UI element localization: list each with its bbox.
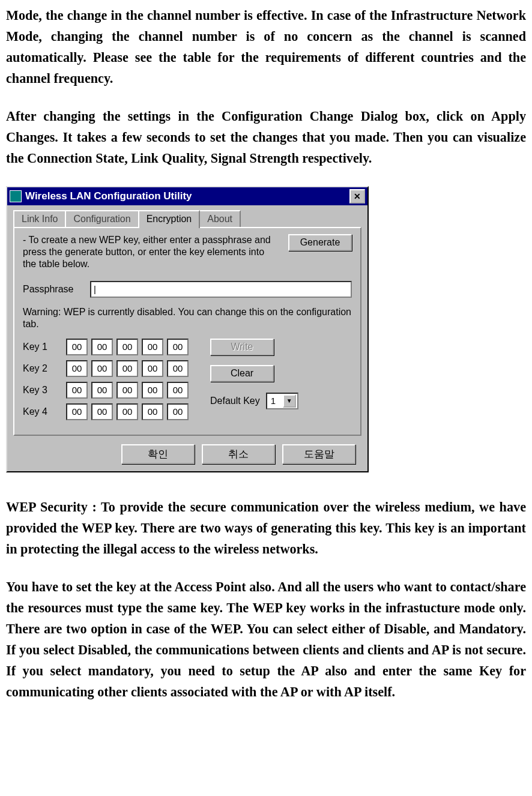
app-icon xyxy=(10,190,22,202)
key3-oct2[interactable]: 00 xyxy=(91,382,113,399)
cancel-button[interactable]: 취소 xyxy=(202,444,275,464)
key2-oct4[interactable]: 00 xyxy=(142,360,163,377)
wlan-config-dialog: Wireless LAN Configuration Utility ✕ Lin… xyxy=(6,186,369,472)
key1-oct2[interactable]: 00 xyxy=(91,339,113,355)
tab-encryption[interactable]: Encryption xyxy=(138,210,201,228)
key4-oct5[interactable]: 00 xyxy=(167,403,189,420)
paragraph-2: After changing the settings in the Confi… xyxy=(6,106,526,169)
key-grid: Key 1 00 00 00 00 00 Key 2 00 00 00 xyxy=(23,339,192,425)
ok-button[interactable]: 확인 xyxy=(121,444,195,464)
passphrase-label: Passphrase xyxy=(23,284,90,295)
tab-panel: - To create a new WEP key, either enter … xyxy=(13,227,361,436)
key3-oct5[interactable]: 00 xyxy=(167,382,189,399)
key2-label: Key 2 xyxy=(23,363,66,374)
generate-button[interactable]: Generate xyxy=(288,234,352,251)
tab-strip: Link Info Configuration Encryption About xyxy=(13,210,361,227)
key1-oct4[interactable]: 00 xyxy=(142,339,163,355)
title-bar: Wireless LAN Configuration Utility ✕ xyxy=(7,187,367,205)
close-button[interactable]: ✕ xyxy=(349,189,365,204)
clear-button[interactable]: Clear xyxy=(210,365,274,382)
default-key-label: Default Key xyxy=(210,396,260,406)
key3-oct3[interactable]: 00 xyxy=(116,382,138,399)
key3-oct4[interactable]: 00 xyxy=(142,382,163,399)
tab-configuration[interactable]: Configuration xyxy=(65,210,139,227)
window-title: Wireless LAN Configuration Utility xyxy=(25,190,192,202)
key1-oct3[interactable]: 00 xyxy=(116,339,138,355)
key2-oct5[interactable]: 00 xyxy=(167,360,189,377)
close-icon: ✕ xyxy=(354,191,361,201)
paragraph-3: WEP Security : To provide the secure com… xyxy=(6,496,526,559)
key3-oct1[interactable]: 00 xyxy=(66,382,88,399)
write-button[interactable]: Write xyxy=(210,339,274,355)
key1-oct1[interactable]: 00 xyxy=(66,339,88,355)
dialog-screenshot: Wireless LAN Configuration Utility ✕ Lin… xyxy=(6,186,526,472)
key1-oct5[interactable]: 00 xyxy=(167,339,189,355)
chevron-down-icon: ▼ xyxy=(283,394,296,408)
instruction-text: - To create a new WEP key, either enter … xyxy=(23,234,276,270)
passphrase-input[interactable]: | xyxy=(90,281,352,298)
key4-oct4[interactable]: 00 xyxy=(142,403,163,420)
key2-oct1[interactable]: 00 xyxy=(66,360,88,377)
help-button[interactable]: 도움말 xyxy=(282,444,355,464)
tab-about[interactable]: About xyxy=(199,210,241,227)
default-key-select[interactable]: 1 ▼ xyxy=(266,393,298,409)
key2-oct2[interactable]: 00 xyxy=(91,360,113,377)
default-key-value: 1 xyxy=(271,396,276,406)
key4-label: Key 4 xyxy=(23,406,66,417)
key4-oct3[interactable]: 00 xyxy=(116,403,138,420)
warning-text: Warning: WEP is currently disabled. You … xyxy=(23,306,352,330)
key4-oct1[interactable]: 00 xyxy=(66,403,88,420)
tab-link-info[interactable]: Link Info xyxy=(13,210,66,227)
key4-oct2[interactable]: 00 xyxy=(91,403,113,420)
key3-label: Key 3 xyxy=(23,385,66,396)
key1-label: Key 1 xyxy=(23,342,66,352)
paragraph-4: You have to set the key at the Access Po… xyxy=(6,576,526,702)
paragraph-1: Mode, the change in the channel number i… xyxy=(6,5,526,89)
key2-oct3[interactable]: 00 xyxy=(116,360,138,377)
